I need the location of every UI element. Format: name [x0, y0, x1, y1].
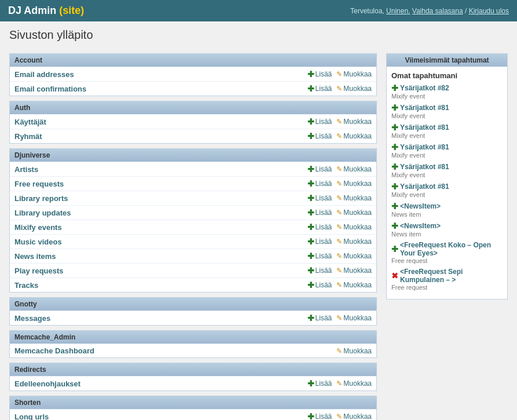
- event-name-ev4[interactable]: ✚Ysärijatkot #81: [391, 143, 503, 152]
- row-actions-library-updates: ✚Lisää✎Muokkaa: [307, 208, 372, 217]
- add-link-long-urls[interactable]: ✚Lisää: [307, 412, 332, 420]
- row-label-edelleenohj[interactable]: Edelleenoh­jaukset: [14, 379, 307, 388]
- event-name-text: <NewsItem>: [400, 222, 441, 230]
- edit-link-kayttajat[interactable]: ✎Muokkaa: [336, 117, 372, 126]
- add-label: Lisää: [316, 180, 332, 188]
- row-ryhmat: Ryhmät✚Lisää✎Muokkaa: [10, 129, 376, 143]
- event-type-ev2: Mixify event: [391, 112, 503, 119]
- event-name-ev8[interactable]: ✚<NewsItem>: [391, 221, 503, 231]
- row-label-kayttajat[interactable]: Käyttäjät: [14, 118, 307, 126]
- add-link-edelleenohj[interactable]: ✚Lisää: [307, 379, 332, 388]
- row-label-long-urls[interactable]: Long urls: [14, 412, 307, 421]
- module-memcache-admin: Memcache_AdminMemcache Dashboard✎Muokkaa: [9, 330, 377, 358]
- add-link-mixify-events[interactable]: ✚Lisää: [307, 222, 332, 232]
- row-label-artists[interactable]: Artists: [14, 165, 307, 174]
- event-type-ev4: Mixify event: [391, 152, 503, 159]
- edit-icon: ✎: [336, 85, 342, 93]
- module-gnotty: GnottyMessages✚Lisää✎Muokkaa: [9, 297, 377, 326]
- event-name-text: <FreeRequest Koko – Open Your Eyes>: [400, 241, 503, 257]
- add-icon: ✚: [307, 280, 314, 290]
- row-tracks: Tracks✚Lisää✎Muokkaa: [10, 277, 376, 292]
- event-type-ev6: Mixify event: [391, 191, 503, 198]
- row-label-mixify-events[interactable]: Mixify events: [14, 223, 307, 232]
- event-type-ev8: News item: [391, 231, 503, 238]
- edit-link-library-reports[interactable]: ✎Muokkaa: [336, 193, 372, 203]
- edit-label: Muokkaa: [343, 70, 372, 78]
- edit-link-news-items[interactable]: ✎Muokkaa: [336, 251, 372, 261]
- edit-icon: ✎: [336, 347, 342, 355]
- row-label-play-requests[interactable]: Play requests: [14, 266, 307, 275]
- add-label: Lisää: [316, 132, 332, 140]
- add-link-messages[interactable]: ✚Lisää: [307, 313, 332, 323]
- add-label: Lisää: [316, 194, 332, 202]
- event-dot-icon: ✚: [391, 143, 398, 152]
- event-name-ev10[interactable]: ✖<FreeRequest Sepi Kumpulainen – >: [391, 268, 503, 284]
- change-password-link[interactable]: Vaihda salasana: [412, 7, 463, 15]
- edit-link-long-urls[interactable]: ✎Muokkaa: [336, 412, 372, 420]
- user-info: Tervetuloa, Uninen. Vaihda salasana / Ki…: [350, 7, 509, 15]
- edit-link-music-videos[interactable]: ✎Muokkaa: [336, 237, 372, 246]
- row-actions-music-videos: ✚Lisää✎Muokkaa: [307, 237, 372, 246]
- recent-item-ev5: ✚Ysärijatkot #81Mixify event: [391, 162, 503, 178]
- edit-icon: ✎: [336, 194, 342, 202]
- recent-panel: Viimeisimmät tapahtumat Omat tapahtumani…: [386, 53, 508, 300]
- row-kayttajat: Käyttäjät✚Lisää✎Muokkaa: [10, 114, 376, 129]
- add-link-library-updates[interactable]: ✚Lisää: [307, 208, 332, 217]
- event-name-ev7[interactable]: ✚<NewsItem>: [391, 202, 503, 211]
- row-actions-play-requests: ✚Lisää✎Muokkaa: [307, 266, 372, 275]
- add-link-play-requests[interactable]: ✚Lisää: [307, 266, 332, 275]
- edit-link-play-requests[interactable]: ✎Muokkaa: [336, 266, 372, 275]
- row-label-messages[interactable]: Messages: [14, 314, 307, 323]
- add-link-ryhmat[interactable]: ✚Lisää: [307, 132, 332, 141]
- row-label-ryhmat[interactable]: Ryhmät: [14, 132, 307, 141]
- event-name-ev3[interactable]: ✚Ysärijatkot #81: [391, 123, 503, 132]
- row-actions-email-addresses: ✚Lisää✎Muokkaa: [307, 70, 372, 79]
- row-label-library-reports[interactable]: Library reports: [14, 194, 307, 203]
- row-label-memcache-dashboard[interactable]: Memcache Dashboard: [14, 346, 336, 355]
- add-link-news-items[interactable]: ✚Lisää: [307, 251, 332, 261]
- row-news-items: News items✚Lisää✎Muokkaa: [10, 249, 376, 263]
- add-link-free-requests[interactable]: ✚Lisää: [307, 179, 332, 188]
- edit-link-artists[interactable]: ✎Muokkaa: [336, 165, 372, 174]
- row-label-music-videos[interactable]: Music videos: [14, 238, 307, 246]
- add-icon: ✚: [307, 379, 314, 388]
- add-link-artists[interactable]: ✚Lisää: [307, 165, 332, 174]
- add-icon: ✚: [307, 132, 314, 141]
- add-link-music-videos[interactable]: ✚Lisää: [307, 237, 332, 246]
- row-label-library-updates[interactable]: Library updates: [14, 209, 307, 217]
- recent-item-ev7: ✚<NewsItem>News item: [391, 202, 503, 218]
- event-name-ev6[interactable]: ✚Ysärijatkot #81: [391, 182, 503, 191]
- edit-link-memcache-dashboard[interactable]: ✎Muokkaa: [336, 347, 372, 355]
- edit-link-mixify-events[interactable]: ✎Muokkaa: [336, 222, 372, 232]
- row-label-free-requests[interactable]: Free requests: [14, 180, 307, 188]
- add-link-tracks[interactable]: ✚Lisää: [307, 280, 332, 290]
- edit-icon: ✎: [336, 266, 342, 275]
- row-email-confirmations: Email confirmations✚Lisää✎Muokkaa: [10, 81, 376, 96]
- row-label-news-items[interactable]: News items: [14, 252, 307, 261]
- row-label-email-addresses[interactable]: Email addresses: [14, 70, 307, 79]
- event-name-ev9[interactable]: ✚<FreeRequest Koko – Open Your Eyes>: [391, 241, 503, 257]
- edit-link-free-requests[interactable]: ✎Muokkaa: [336, 179, 372, 188]
- edit-label: Muokkaa: [343, 209, 372, 217]
- add-link-email-confirmations[interactable]: ✚Lisää: [307, 84, 332, 93]
- edit-link-messages[interactable]: ✎Muokkaa: [336, 313, 372, 323]
- logout-link[interactable]: Kirjaudu ulos: [469, 7, 509, 15]
- edit-link-ryhmat[interactable]: ✎Muokkaa: [336, 132, 372, 141]
- event-name-ev5[interactable]: ✚Ysärijatkot #81: [391, 162, 503, 171]
- edit-link-email-addresses[interactable]: ✎Muokkaa: [336, 70, 372, 79]
- edit-link-email-confirmations[interactable]: ✎Muokkaa: [336, 84, 372, 93]
- add-link-library-reports[interactable]: ✚Lisää: [307, 193, 332, 203]
- add-link-email-addresses[interactable]: ✚Lisää: [307, 70, 332, 79]
- row-label-email-confirmations[interactable]: Email confirmations: [14, 85, 307, 93]
- add-link-kayttajat[interactable]: ✚Lisää: [307, 117, 332, 126]
- event-dot-icon: ✚: [391, 103, 398, 112]
- module-header-djuniverse: Djuniverse: [10, 149, 376, 162]
- event-name-ev2[interactable]: ✚Ysärijatkot #81: [391, 103, 503, 112]
- row-label-tracks[interactable]: Tracks: [14, 281, 307, 290]
- event-name-ev1[interactable]: ✚Ysärijatkot #82: [391, 83, 503, 93]
- add-label: Lisää: [316, 314, 332, 322]
- edit-link-tracks[interactable]: ✎Muokkaa: [336, 280, 372, 290]
- username-link[interactable]: Uninen.: [386, 7, 410, 15]
- edit-link-edelleenohj[interactable]: ✎Muokkaa: [336, 379, 372, 388]
- edit-link-library-updates[interactable]: ✎Muokkaa: [336, 208, 372, 217]
